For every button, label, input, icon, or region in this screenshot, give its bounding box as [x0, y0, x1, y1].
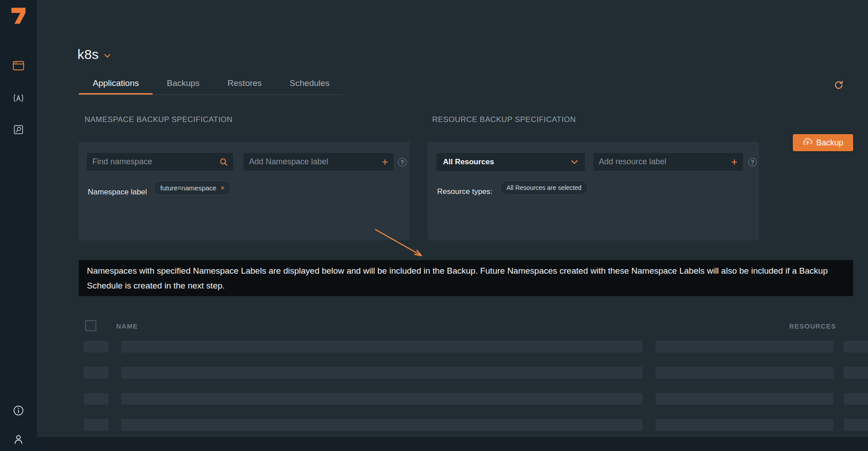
tab-applications[interactable]: Applications	[79, 73, 153, 95]
name-column-header: NAME	[116, 322, 138, 330]
table-row	[0, 341, 868, 352]
row-name-skeleton	[121, 419, 642, 431]
row-extra-skeleton	[844, 341, 868, 352]
row-checkbox-skeleton	[84, 393, 108, 405]
resource-spec-panel: All Resources Resource types: All Resour…	[428, 142, 759, 240]
table-row	[0, 393, 868, 405]
row-checkbox-skeleton	[84, 367, 108, 379]
resource-types-chip: All Resources are selected	[500, 180, 588, 195]
page-title-row: k8s	[77, 47, 111, 62]
row-extra-skeleton	[844, 393, 868, 405]
table-row	[0, 367, 868, 379]
backup-button-label: Backup	[816, 138, 843, 148]
remove-chip-icon[interactable]	[221, 185, 225, 192]
add-resource-label-input[interactable]	[599, 157, 728, 167]
app-window: k8s Applications Backups Restores Schedu…	[0, 0, 868, 451]
footer-strip	[37, 437, 868, 451]
kasten-logo[interactable]	[9, 5, 28, 26]
chip-label: future=namespace	[160, 184, 217, 192]
select-all-checkbox[interactable]	[85, 320, 96, 331]
help-icon[interactable]	[748, 158, 757, 167]
row-resources-skeleton	[656, 367, 833, 379]
skeleton-rows	[0, 341, 868, 445]
info-banner: Namespaces with specified Namespace Labe…	[79, 260, 853, 296]
row-name-skeleton	[121, 341, 642, 352]
row-resources-skeleton	[656, 341, 833, 352]
resource-spec-heading: RESOURCE BACKUP SPECIFICATION	[432, 115, 576, 124]
broadcast-icon	[13, 93, 24, 104]
find-namespace-input[interactable]	[92, 157, 216, 167]
plus-icon[interactable]	[728, 157, 737, 167]
table-row	[0, 419, 868, 431]
help-icon[interactable]	[398, 158, 407, 167]
namespace-spec-panel: Namespace label future=namespace	[79, 142, 410, 240]
tab-backups[interactable]: Backups	[153, 73, 213, 95]
tab-bar: Applications Backups Restores Schedules	[79, 73, 344, 95]
find-namespace-field	[87, 153, 233, 171]
search-icon	[216, 158, 228, 166]
banner-text: Namespaces with specified Namespace Labe…	[79, 263, 853, 293]
row-resources-skeleton	[656, 393, 833, 405]
table-header: NAME RESOURCES	[0, 317, 868, 334]
chip-label: All Resources are selected	[506, 184, 582, 191]
row-extra-skeleton	[844, 367, 868, 379]
row-checkbox-skeleton	[84, 341, 108, 352]
resources-column-header: RESOURCES	[789, 322, 836, 330]
resource-type-select[interactable]: All Resources	[436, 153, 585, 171]
sidebar-item-applications[interactable]	[0, 56, 37, 76]
kasten-logo-icon	[9, 5, 28, 26]
row-resources-skeleton	[656, 419, 833, 431]
backup-button[interactable]: Backup	[793, 134, 853, 151]
add-namespace-label-field	[244, 153, 393, 171]
row-extra-skeleton	[844, 419, 868, 431]
chevron-down-icon[interactable]	[104, 54, 111, 58]
refresh-icon[interactable]	[833, 80, 845, 91]
tab-restores[interactable]: Restores	[213, 73, 276, 95]
extract-icon	[13, 124, 24, 135]
sidebar-item-extract[interactable]	[0, 120, 37, 140]
add-namespace-label-input[interactable]	[249, 157, 378, 167]
selected-resource-value: All Resources	[443, 158, 494, 167]
row-name-skeleton	[121, 393, 642, 405]
row-checkbox-skeleton	[84, 419, 108, 431]
tab-schedules[interactable]: Schedules	[276, 73, 344, 95]
namespace-label-chip: future=namespace	[154, 180, 231, 195]
add-resource-label-field	[593, 153, 743, 171]
resource-types-caption: Resource types:	[437, 187, 493, 196]
sidebar-item-broadcast[interactable]	[0, 88, 37, 108]
chevron-down-icon	[571, 158, 578, 166]
plus-icon[interactable]	[378, 157, 388, 167]
namespace-spec-heading: NAMESPACE BACKUP SPECIFICATION	[85, 115, 233, 124]
applications-icon	[13, 60, 24, 71]
row-name-skeleton	[121, 367, 642, 379]
cloud-backup-icon	[803, 138, 813, 148]
namespace-label-caption: Namespace label	[88, 188, 147, 197]
page-title: k8s	[77, 47, 99, 62]
